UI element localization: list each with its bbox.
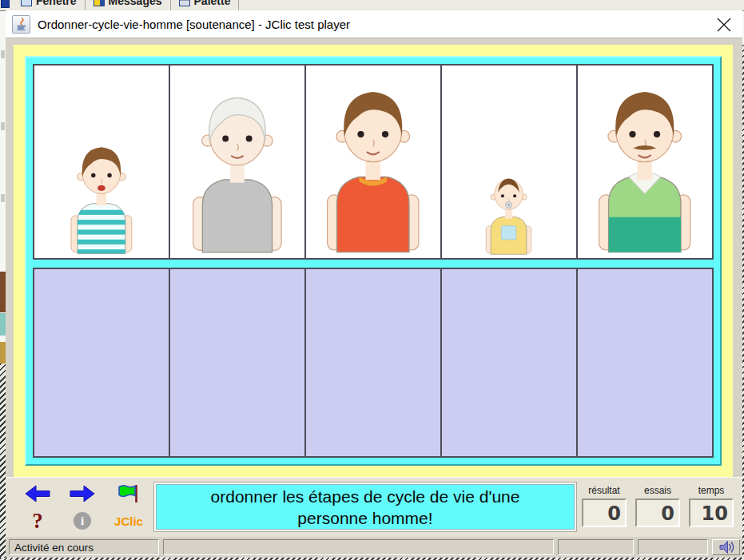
arrow-right-icon [70,485,95,502]
info-icon: i [74,512,91,530]
background-app-fragment [1,50,5,58]
speaker-icon [718,539,734,555]
arrow-left-icon [25,485,50,502]
previous-activity-button[interactable] [22,483,54,505]
jclic-player-window: Ordonner-cycle-vie-homme [soutenance] - … [6,10,742,558]
answer-cell-answer-5[interactable] [576,269,712,456]
answer-cell-answer-2[interactable] [169,269,304,456]
help-icon: ? [32,510,43,532]
counter-essais-value: 0 [635,498,680,527]
counter-temps: temps 10 [688,485,734,534]
messages-icon [93,0,105,6]
title-bar: Ordonner-cycle-vie-homme [soutenance] - … [6,10,742,38]
window-icon [21,0,32,6]
jclic-logo-button[interactable]: JClic [113,510,145,532]
close-icon [716,17,732,33]
counter-resultat: résultat 0 [581,485,627,534]
player-buttons: ? i JClic [15,480,153,534]
toolbar-button-palette[interactable]: Palette [171,0,240,10]
source-row [33,64,714,260]
next-activity-button[interactable] [66,483,98,505]
background-thumbnail-fragment [0,272,6,312]
answer-cell-answer-3[interactable] [304,269,440,456]
source-cell-adolescent[interactable] [304,66,440,258]
source-cell-grand-pere[interactable] [169,66,304,258]
help-button[interactable]: ? [22,510,54,532]
java-icon [12,15,30,34]
answer-row [33,268,714,458]
activity-panel [14,45,733,477]
source-cell-homme-adulte[interactable] [576,66,712,258]
toolbar-button-messages[interactable]: Messages [86,0,171,10]
window-title: Ordonner-cycle-vie-homme [soutenance] - … [38,18,350,31]
control-bar: ? i JClic ordonner les étapes de cycle d… [6,477,742,537]
toolbar-button-fenetre[interactable]: Fenêtre [13,0,86,10]
activity-message-box: ordonner les étapes de cycle de vie d'un… [154,483,576,531]
info-button[interactable]: i [66,510,98,532]
background-toolbar: Fenêtre Messages Palette [0,0,744,11]
status-bar: Activité en cours [6,537,742,558]
background-app-fragment [1,194,5,202]
message-line-2: personne homme! [297,507,432,529]
figure-petit-garcon [59,137,144,256]
counter-label: temps [698,485,725,496]
palette-icon [179,0,190,6]
counter-label: essais [644,485,671,496]
counter-essais: essais 0 [635,485,681,534]
source-cell-petit-garcon[interactable] [34,66,169,258]
counters: résultat 0 essais 0 temps 10 [581,480,738,534]
jclic-logo: JClic [114,514,143,528]
flag-button[interactable] [113,483,145,505]
status-activity-state: Activité en cours [9,539,159,555]
background-app-fragment [1,122,5,130]
close-button[interactable] [714,14,734,35]
counter-label: résultat [588,485,619,496]
source-cell-bebe[interactable] [440,66,576,258]
background-thumbnail-fragment [0,342,6,363]
figure-grand-pere [176,82,299,256]
green-flag-icon [117,484,140,503]
counter-temps-value: 10 [689,498,734,527]
figure-adolescent [309,76,437,256]
toolbar-icon-fragment [1,0,10,8]
background-thumbnail-fragment [0,313,6,336]
answer-cell-answer-4[interactable] [440,269,576,456]
figure-bebe [477,167,540,256]
background-app-hatch-border [0,363,6,560]
status-segment-empty [163,539,554,555]
counter-resultat-value: 0 [582,498,627,527]
message-line-1: ordonner les étapes de cycle de vie d'un… [211,486,520,507]
activity-frame [25,56,722,466]
figure-homme-adulte [581,76,709,256]
status-segment-empty [558,539,634,555]
sound-toggle-button[interactable] [712,539,740,555]
status-segment-empty [638,539,708,555]
answer-cell-answer-1[interactable] [34,269,169,456]
